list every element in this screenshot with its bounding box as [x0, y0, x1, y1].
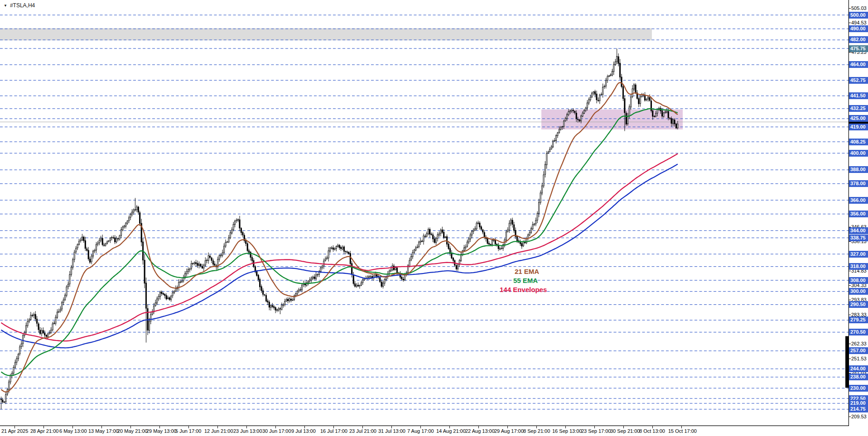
time-tick-label: 30 Sep 21:00	[610, 428, 640, 434]
price-tick-label: 251.53	[851, 356, 867, 361]
time-tick-label: 8 Oct 13:00	[639, 428, 665, 434]
candle-bodies	[0, 57, 678, 402]
price-level-badge[interactable]: 490.00	[849, 25, 868, 32]
price-level-badge[interactable]: 500.00	[849, 12, 868, 19]
price-tick	[849, 359, 851, 359]
price-level-badge[interactable]: 452.75	[849, 77, 868, 84]
time-tick-label: 29 Aug 17:00	[494, 428, 524, 434]
price-level-badge[interactable]: 400.00	[849, 150, 868, 157]
price-tick	[849, 271, 851, 271]
price-level-badge[interactable]: 378.00	[849, 180, 868, 187]
price-level-badge[interactable]: 344.00	[849, 227, 868, 234]
price-level-badge[interactable]: 327.00	[849, 251, 868, 258]
price-level-badge[interactable]: 238.00	[849, 374, 868, 380]
chart-plot-area[interactable]	[0, 0, 849, 426]
price-level-badge[interactable]: 419.00	[849, 124, 868, 130]
price-tick	[849, 417, 851, 417]
time-tick-label: 29 May 13:00	[146, 428, 177, 434]
time-tick-label: 23 Jun 13:00	[233, 428, 262, 434]
time-tick-label: 16 Jul 17:00	[320, 428, 347, 434]
price-tick	[849, 23, 851, 23]
price-tick	[849, 300, 851, 300]
time-tick-label: 22 Aug 13:00	[465, 428, 495, 434]
price-level-badge[interactable]: 441.50	[849, 92, 868, 99]
price-tick	[849, 8, 851, 9]
price-tick	[849, 241, 851, 242]
price-level-badge[interactable]: 279.25	[849, 316, 868, 323]
price-level-badge[interactable]: 366.00	[849, 197, 868, 204]
price-level-badge[interactable]: 257.00	[849, 347, 868, 354]
price-level-badge[interactable]: 318.00	[849, 263, 868, 270]
time-tick-label: 8 Sep 21:00	[523, 428, 550, 434]
price-tick-label: 494.53	[851, 20, 867, 25]
symbol-title: ▼ #TSLA,H4	[4, 2, 35, 9]
time-tick-label: 6 May 13:00	[59, 428, 87, 434]
time-tick-label: 12 Jun 21:00	[204, 428, 233, 434]
time-tick-label: 9 Jul 13:00	[291, 428, 316, 434]
price-tick	[849, 52, 851, 53]
price-level-badge[interactable]: 308.00	[849, 277, 868, 284]
axis-black-bar	[845, 336, 849, 388]
price-level-badge[interactable]: 214.75	[849, 406, 868, 412]
time-tick-label: 23 Sep 17:00	[581, 428, 611, 434]
price-level-badge[interactable]: 290.50	[849, 301, 868, 308]
trading-chart-window: ▼ #TSLA,H4 21 EMA 55 EMA 144 Envelopes 5…	[0, 0, 868, 436]
time-tick-label: 5 Jun 17:00	[175, 428, 202, 434]
time-tick-label: 7 Aug 17:00	[407, 428, 434, 434]
price-tick-label: 505.03	[851, 5, 867, 11]
price-tick	[849, 344, 851, 344]
time-tick-label: 20 May 21:00	[117, 428, 148, 434]
price-level-badge[interactable]: 408.25	[849, 139, 868, 145]
legend-21ema: 21 EMA	[515, 268, 539, 275]
price-level-badge[interactable]: 432.25	[849, 105, 868, 112]
time-tick-label: 15 Oct 17:00	[668, 428, 697, 434]
price-level-badge[interactable]: 482.00	[849, 36, 868, 43]
candle-wicks	[1, 48, 678, 409]
time-tick-label: 13 May 17:00	[88, 428, 119, 434]
price-level-badge[interactable]: 244.00	[849, 365, 868, 372]
price-level-badge[interactable]: 425.00	[849, 115, 868, 122]
time-tick-label: 16 Sep 13:00	[552, 428, 582, 434]
price-tick	[849, 315, 851, 315]
price-tick-label: 262.33	[851, 341, 867, 346]
price-level-badge[interactable]: 388.00	[849, 166, 868, 173]
price-level-badge[interactable]: 230.00	[849, 385, 868, 392]
price-level-badge[interactable]: 338.75	[849, 235, 868, 241]
time-tick-label: 21 Apr 2025	[1, 428, 28, 434]
time-tick-label: 28 Apr 21:00	[30, 428, 58, 434]
price-level-badge[interactable]: 356.00	[849, 211, 868, 217]
legend-55ema: 55 EMA	[513, 277, 538, 284]
price-level-badge[interactable]: 475.75	[849, 45, 868, 52]
time-tick-label: 31 Jul 13:00	[378, 428, 405, 434]
price-level-badge[interactable]: 300.00	[849, 288, 868, 295]
time-axis[interactable]: 21 Apr 202528 Apr 21:006 May 13:0013 May…	[0, 426, 868, 436]
price-tick-label: 209.53	[851, 414, 867, 419]
legend-144envelopes: 144 Envelopes	[500, 286, 547, 293]
symbol-timeframe-label: #TSLA,H4	[10, 2, 35, 9]
chevron-down-icon[interactable]: ▼	[4, 4, 7, 8]
time-tick-label: 14 Aug 21:00	[436, 428, 466, 434]
time-tick-label: 30 Jun 17:00	[262, 428, 291, 434]
price-tick	[849, 285, 851, 286]
price-level-badge[interactable]: 464.00	[849, 61, 868, 68]
upper-gray-zone	[0, 28, 652, 40]
time-tick-label: 23 Jul 21:00	[349, 428, 376, 434]
price-axis[interactable]: 505.03494.53473.23346.63336.13314.83304.…	[849, 0, 868, 426]
price-level-badge[interactable]: 270.50	[849, 329, 868, 335]
